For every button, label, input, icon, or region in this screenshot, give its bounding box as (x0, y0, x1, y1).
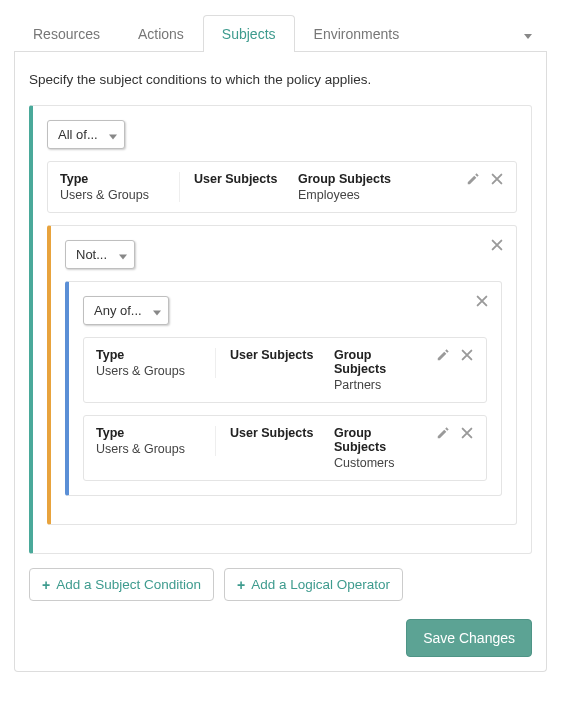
condition-group-root: All of... Type Users & Groups User Subje… (29, 105, 532, 554)
col-value-groups: Partners (334, 378, 422, 392)
chevron-down-icon (524, 34, 532, 39)
edit-icon[interactable] (466, 172, 480, 186)
plus-icon: + (237, 578, 245, 592)
delete-group-icon[interactable] (475, 294, 489, 308)
tab-actions[interactable]: Actions (119, 15, 203, 52)
col-header-groups: Group Subjects (334, 426, 422, 454)
save-changes-button[interactable]: Save Changes (406, 619, 532, 657)
add-subject-condition-button[interactable]: + Add a Subject Condition (29, 568, 214, 601)
tabs: Resources Actions Subjects Environments (14, 14, 547, 52)
col-value-groups: Customers (334, 456, 422, 470)
tab-resources[interactable]: Resources (14, 15, 119, 52)
button-label: Add a Subject Condition (56, 577, 201, 592)
col-value-type: Users & Groups (96, 364, 201, 378)
condition-group-not: Not... Any of... (47, 225, 517, 525)
subject-row: Type Users & Groups User Subjects Group … (83, 337, 487, 403)
panel-description: Specify the subject conditions to which … (29, 72, 532, 87)
delete-icon[interactable] (490, 172, 504, 186)
tab-environments[interactable]: Environments (295, 15, 419, 52)
operator-select-any[interactable]: Any of... (83, 296, 169, 325)
save-row: Save Changes (29, 619, 532, 657)
subjects-panel: Specify the subject conditions to which … (14, 52, 547, 672)
col-header-groups: Group Subjects (298, 172, 452, 186)
operator-select-not[interactable]: Not... (65, 240, 135, 269)
col-value-groups: Employees (298, 188, 452, 202)
delete-group-icon[interactable] (490, 238, 504, 252)
subject-row: Type Users & Groups User Subjects Group … (47, 161, 517, 213)
subject-row: Type Users & Groups User Subjects Group … (83, 415, 487, 481)
tab-subjects[interactable]: Subjects (203, 15, 295, 52)
delete-icon[interactable] (460, 426, 474, 440)
col-header-type: Type (96, 426, 201, 440)
col-header-type: Type (96, 348, 201, 362)
add-buttons-row: + Add a Subject Condition + Add a Logica… (29, 568, 532, 601)
col-header-users: User Subjects (230, 348, 320, 362)
col-header-groups: Group Subjects (334, 348, 422, 376)
edit-icon[interactable] (436, 426, 450, 440)
button-label: Add a Logical Operator (251, 577, 390, 592)
tab-more-dropdown[interactable] (509, 15, 547, 52)
col-header-type: Type (60, 172, 165, 186)
operator-select-root[interactable]: All of... (47, 120, 125, 149)
edit-icon[interactable] (436, 348, 450, 362)
plus-icon: + (42, 578, 50, 592)
col-value-type: Users & Groups (96, 442, 201, 456)
col-header-users: User Subjects (230, 426, 320, 440)
col-header-users: User Subjects (194, 172, 284, 186)
col-value-type: Users & Groups (60, 188, 165, 202)
condition-group-any: Any of... Type Users & Groups User Subje… (65, 281, 502, 496)
delete-icon[interactable] (460, 348, 474, 362)
add-logical-operator-button[interactable]: + Add a Logical Operator (224, 568, 403, 601)
